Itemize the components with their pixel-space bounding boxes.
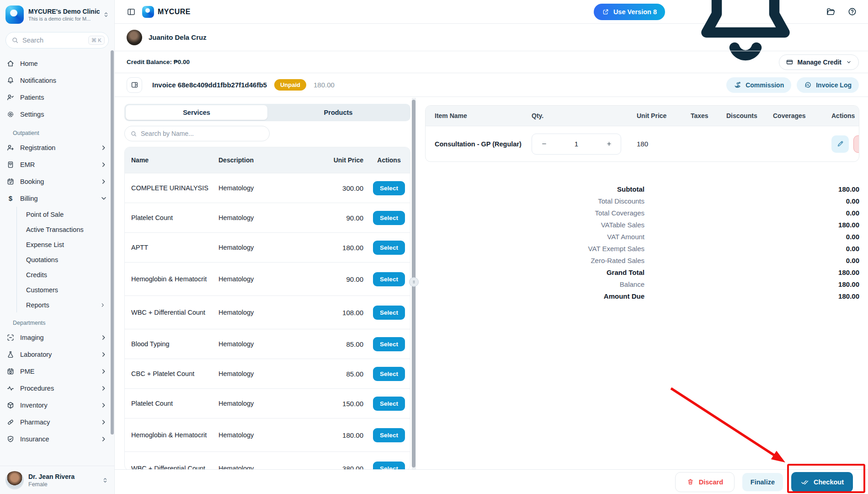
totals-summary: Subtotal 180.00 Total Discounts 0.00 Tot… <box>425 183 859 302</box>
sidebar-item-patients[interactable]: Patients <box>6 89 110 106</box>
billing-submenu: Point of Sale Active Transactions Expens… <box>16 207 110 312</box>
select-button[interactable]: Select <box>373 181 405 195</box>
manage-credit-button[interactable]: Manage Credit <box>779 54 859 70</box>
chevron-right-icon <box>100 161 108 169</box>
minus-icon <box>541 140 548 147</box>
folder-icon[interactable] <box>826 7 836 16</box>
total-line: Balance 180.00 <box>425 278 859 290</box>
calendar-icon <box>6 177 15 186</box>
sidebar-item-credits[interactable]: Credits <box>26 267 110 282</box>
sidebar-item-settings[interactable]: Settings <box>6 106 110 123</box>
sidebar-item-label: Home <box>20 60 110 67</box>
service-row: WBC + Differential Count Hematology 380.… <box>125 451 410 471</box>
select-button[interactable]: Select <box>373 211 405 225</box>
manage-credit-label: Manage Credit <box>798 59 841 66</box>
chevron-right-icon <box>100 177 108 186</box>
sidebar-item-imaging[interactable]: Imaging <box>6 329 110 346</box>
edit-item-button[interactable] <box>831 135 849 153</box>
services-table-header: Name Description Unit Price Actions <box>125 147 410 173</box>
checkout-button[interactable]: Checkout <box>791 472 853 492</box>
sidebar-item-insurance[interactable]: Insurance <box>6 430 110 447</box>
sidebar-item-label: Active Transactions <box>26 226 84 233</box>
external-link-icon <box>602 8 609 16</box>
catalog-search-input[interactable] <box>141 130 264 137</box>
total-value: 0.00 <box>644 197 859 205</box>
tab-services[interactable]: Services <box>126 105 267 120</box>
sidebar-search-input[interactable] <box>22 37 85 44</box>
use-version-button[interactable]: Use Version 8 <box>594 4 665 20</box>
sidebar-toggle-icon[interactable] <box>127 7 136 16</box>
sidebar-item-home[interactable]: Home <box>6 55 110 72</box>
sidebar-item-registration[interactable]: Registration <box>6 139 110 156</box>
patient-name: Juanito Dela Cruz <box>149 33 207 41</box>
sidebar-item-quotations[interactable]: Quotations <box>26 252 110 267</box>
scan-icon <box>6 333 15 342</box>
sidebar-item-expense-list[interactable]: Expense List <box>26 237 110 252</box>
split-drag-handle[interactable] <box>409 277 419 287</box>
service-name: WBC + Differential Count <box>125 304 218 321</box>
sidebar-item-label: Imaging <box>20 334 94 341</box>
sidebar-item-inventory[interactable]: Inventory <box>6 397 110 413</box>
sidebar-item-pharmacy[interactable]: Pharmacy <box>6 413 110 430</box>
select-button[interactable]: Select <box>373 367 405 381</box>
sidebar-scrollbar[interactable] <box>111 50 114 435</box>
sidebar-item-customers[interactable]: Customers <box>26 282 110 297</box>
sidebar-item-emr[interactable]: EMR <box>6 156 110 173</box>
qty-decrement-button[interactable] <box>532 134 556 154</box>
select-button[interactable]: Select <box>373 397 405 411</box>
finalize-button[interactable]: Finalize <box>742 473 783 491</box>
select-button[interactable]: Select <box>373 337 405 351</box>
chevron-right-icon <box>100 435 108 443</box>
commission-icon <box>734 81 741 89</box>
credit-row: Credit Balance: ₱0.00 Manage Credit <box>115 51 868 73</box>
service-row: Platelet Count Hematology 150.00 Select <box>125 388 410 418</box>
quantity-stepper: 1 <box>532 134 621 155</box>
discard-button[interactable]: Discard <box>675 472 735 492</box>
box-icon <box>6 401 15 409</box>
total-label: Grand Total <box>425 268 644 276</box>
invoice-panel-toggle[interactable] <box>127 77 142 93</box>
tab-products[interactable]: Products <box>267 105 409 120</box>
select-button[interactable]: Select <box>373 272 405 286</box>
service-description: Hematology <box>218 309 318 316</box>
sidebar-item-active-transactions[interactable]: Active Transactions <box>26 222 110 237</box>
commission-button[interactable]: Commission <box>726 77 791 93</box>
catalog-search[interactable] <box>124 126 270 141</box>
credit-balance: Credit Balance: ₱0.00 <box>127 59 190 65</box>
qty-increment-button[interactable] <box>597 134 621 154</box>
sidebar-item-billing[interactable]: $ Billing <box>6 190 110 207</box>
total-label: Balance <box>425 280 644 288</box>
total-label: Zero-Rated Sales <box>425 257 644 264</box>
sidebar-item-notifications[interactable]: Notifications <box>6 72 110 89</box>
invoice-log-button[interactable]: Invoice Log <box>797 77 859 93</box>
brand-name: MYCURE <box>158 8 191 16</box>
sidebar-item-pme[interactable]: PME <box>6 363 110 380</box>
service-unit-price: 108.00 <box>318 309 368 317</box>
sidebar-item-label: PME <box>20 368 94 375</box>
sidebar-search[interactable]: ⌘ K <box>5 32 109 48</box>
help-icon[interactable] <box>847 7 857 16</box>
user-menu[interactable]: Dr. Jean Rivera Female <box>0 466 114 494</box>
user-plus-icon <box>6 144 15 152</box>
sidebar-item-label: EMR <box>20 161 94 168</box>
sidebar: MYCURE's Demo Clinic This is a demo clin… <box>0 0 115 494</box>
select-button[interactable]: Select <box>373 241 405 255</box>
col-item-name: Item Name <box>435 112 532 119</box>
history-icon <box>804 81 812 89</box>
total-value: 180.00 <box>644 280 859 288</box>
pill-icon <box>6 418 15 426</box>
patient-avatar[interactable] <box>127 30 142 45</box>
panel-toggle-icon <box>131 81 138 89</box>
service-unit-price: 90.00 <box>318 214 368 222</box>
sidebar-item-booking[interactable]: Booking <box>6 173 110 190</box>
sidebar-item-reports[interactable]: Reports <box>26 297 110 312</box>
delete-item-button[interactable] <box>853 135 859 153</box>
select-button[interactable]: Select <box>373 428 405 442</box>
sidebar-item-point-of-sale[interactable]: Point of Sale <box>26 207 110 222</box>
clinic-switcher[interactable]: MYCURE's Demo Clinic This is a demo clin… <box>0 0 114 28</box>
sidebar-item-procedures[interactable]: Procedures <box>6 380 110 397</box>
select-button[interactable]: Select <box>373 306 405 320</box>
sidebar-item-laboratory[interactable]: Laboratory <box>6 346 110 363</box>
qty-value[interactable]: 1 <box>556 140 597 148</box>
chevron-right-icon <box>100 144 108 152</box>
